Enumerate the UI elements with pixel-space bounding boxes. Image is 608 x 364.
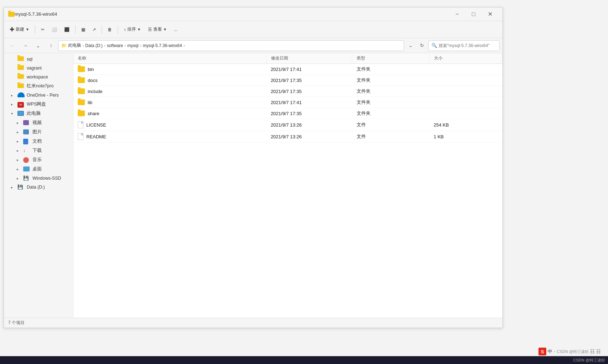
table-row[interactable]: lib 2021/9/7 17:41 文件夹 (73, 97, 502, 108)
cell-size: 254 KB (429, 119, 502, 131)
expand-icon-music: ▸ (17, 158, 22, 162)
file-name-label: LICENSE (86, 122, 106, 128)
taskbar-text: CSDN @特三读杉 (573, 358, 605, 363)
sidebar-item-thispc[interactable]: ▾ 此电脑 (5, 109, 72, 118)
view-label: 查看 (153, 26, 162, 32)
list-icon[interactable]: ☷ (596, 349, 601, 354)
sidebar-item-download[interactable]: ▸ ↓ 下载 (5, 146, 72, 155)
document-icon (23, 139, 30, 144)
col-header-type[interactable]: 类型 (352, 53, 429, 64)
file-explorer-window: mysql-5.7.36-winx64 − □ ✕ ✚ 新建 ▼ ✂ ⬜ ⬛ ▦… (4, 7, 503, 328)
nav-dropdown-button[interactable]: ⌄ (32, 40, 44, 51)
search-icon: 🔍 (431, 43, 437, 48)
expand-icon-document: ▸ (17, 139, 22, 143)
maximize-button[interactable]: □ (465, 7, 482, 21)
table-row[interactable]: share 2021/9/7 17:35 文件夹 (73, 108, 502, 119)
address-dropdown-button[interactable]: ⌄ (405, 41, 415, 51)
sidebar-item-sql[interactable]: sql (5, 55, 72, 63)
table-row[interactable]: docs 2021/9/7 17:35 文件夹 (73, 75, 502, 86)
share-button[interactable]: ↗ (90, 25, 99, 34)
sidebar-label-redmi: 红米note7pro (27, 83, 53, 89)
view-icon: ☰ (148, 27, 152, 32)
table-row[interactable]: include 2021/9/7 17:35 文件夹 (73, 86, 502, 97)
expand-icon-video: ▸ (17, 121, 22, 125)
sidebar-item-vagrant[interactable]: vagrant (5, 64, 72, 72)
sidebar: sql vagrant workspace 红米note7pro (4, 53, 73, 318)
sidebar-item-onedrive[interactable]: ▸ OneDrive - Pers (5, 91, 72, 99)
sidebar-item-image[interactable]: ▸ 图片 (5, 128, 72, 137)
print-button[interactable]: ▦ (78, 25, 88, 34)
cell-type: 文件 (352, 119, 429, 131)
address-path[interactable]: 📁 此电脑 › Data (D:) › software › mysql › m… (58, 40, 404, 51)
search-box: 🔍 (428, 40, 500, 51)
sidebar-item-redmi[interactable]: 红米note7pro (5, 82, 72, 91)
path-software[interactable]: software (107, 43, 123, 48)
path-icon: 📁 (61, 43, 67, 48)
sidebar-item-winSSD[interactable]: ▸ 💾 Windows-SSD (5, 174, 72, 183)
image-icon (23, 129, 30, 135)
sidebar-item-workspace[interactable]: workspace (5, 73, 72, 81)
statusbar: 7 个项目 (4, 318, 502, 328)
more-button[interactable]: ... (171, 25, 180, 34)
sidebar-item-desktop[interactable]: ▸ 桌面 (5, 165, 72, 174)
new-label: 新建 (16, 26, 24, 32)
table-row[interactable]: README 2021/9/7 13:26 文件 1 KB (73, 131, 502, 143)
sidebar-label-sql: sql (27, 57, 32, 62)
cell-date: 2021/9/7 17:35 (266, 108, 352, 119)
path-data[interactable]: Data (D:) (85, 43, 103, 48)
cell-name: LICENSE (73, 119, 266, 131)
back-button[interactable]: ← (7, 40, 18, 51)
table-row[interactable]: LICENSE 2021/9/7 13:26 文件 254 KB (73, 119, 502, 131)
cell-name: share (73, 108, 266, 119)
up-button[interactable]: ↑ (45, 40, 57, 51)
toolbar-divider-2 (75, 25, 76, 34)
toolbar-divider-3 (102, 25, 102, 34)
delete-button[interactable]: 🗑 (105, 25, 115, 34)
cell-name: docs (73, 75, 266, 86)
cell-date: 2021/9/7 17:41 (266, 64, 352, 75)
sidebar-label-music: 音乐 (32, 157, 42, 163)
forward-button[interactable]: → (20, 40, 31, 51)
col-header-size[interactable]: 大小 (429, 53, 502, 64)
file-area: 名称 修改日期 类型 大小 bin 2021/9/7 17:41 文件夹 doc (73, 53, 502, 318)
expand-icon-thispc: ▾ (11, 112, 17, 116)
paste-button[interactable]: ⬛ (61, 25, 72, 34)
copy-button[interactable]: ⬜ (49, 25, 60, 34)
expand-icon-winSSD: ▸ (17, 176, 22, 180)
wps-icon: W (17, 102, 25, 107)
path-mysql[interactable]: mysql (127, 43, 138, 48)
table-row[interactable]: bin 2021/9/7 17:41 文件夹 (73, 64, 502, 75)
toolbar-divider-4 (118, 25, 118, 34)
cell-size (429, 108, 502, 119)
paste-icon: ⬛ (64, 27, 70, 32)
folder-icon (78, 88, 85, 94)
expand-icon-download: ▸ (17, 149, 22, 153)
minimize-button[interactable]: − (449, 7, 465, 21)
cell-size (429, 97, 502, 108)
path-thispc[interactable]: 此电脑 (68, 42, 81, 48)
sidebar-item-wps[interactable]: ▸ W WPS网盘 (5, 100, 72, 109)
view-button[interactable]: ☰ 查看 ▼ (145, 25, 170, 34)
path-current[interactable]: mysql-5.7.36-winx64 (143, 43, 182, 48)
cell-type: 文件夹 (352, 64, 429, 75)
sidebar-item-music[interactable]: ▸ 音乐 (5, 155, 72, 164)
grid-icon[interactable]: ☷ (590, 349, 595, 354)
folder-icon (78, 99, 85, 105)
refresh-button[interactable]: ↻ (417, 41, 427, 51)
sidebar-item-document[interactable]: ▸ 文档 (5, 137, 72, 146)
sidebar-item-dataD[interactable]: ▸ 💾 Data (D:) (5, 183, 72, 191)
folder-icon (78, 77, 85, 83)
file-name-label: docs (88, 78, 97, 83)
cell-type: 文件夹 (352, 97, 429, 108)
col-header-date[interactable]: 修改日期 (266, 53, 352, 64)
sort-button[interactable]: ↕ 排序 ▼ (121, 25, 144, 34)
close-button[interactable]: ✕ (482, 7, 498, 21)
cell-type: 文件夹 (352, 108, 429, 119)
toolbar-divider-1 (35, 25, 35, 34)
cut-button[interactable]: ✂ (38, 25, 47, 34)
print-icon: ▦ (81, 27, 85, 32)
new-button[interactable]: ✚ 新建 ▼ (7, 24, 32, 35)
col-header-name[interactable]: 名称 (73, 53, 266, 64)
search-input[interactable] (439, 43, 496, 48)
sidebar-item-video[interactable]: ▸ 视频 (5, 118, 72, 127)
